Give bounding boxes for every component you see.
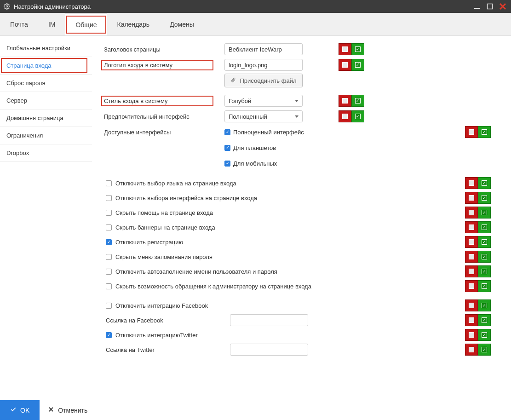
svg-rect-1: [474, 8, 480, 9]
close-icon: [48, 406, 54, 414]
state-on[interactable]: ✓: [478, 126, 491, 138]
iface-tablet-label: Для планшетов: [233, 144, 276, 151]
content: Заголовок страницы ✓ Логотип входа в сис…: [92, 36, 511, 400]
opt-hide-admin-label: Скрыть возможность обращения к администр…: [115, 283, 311, 290]
state-on[interactable]: ✓: [478, 314, 491, 326]
page-title-input[interactable]: [224, 43, 303, 55]
opt-disable-twitter-checkbox[interactable]: [106, 332, 112, 338]
sidebar-item-dropbox[interactable]: Dropbox: [0, 144, 92, 162]
pref-interface-label: Предпочтительный интерфейс: [101, 111, 221, 122]
login-logo-input[interactable]: [224, 59, 303, 71]
state-on[interactable]: ✓: [351, 59, 364, 71]
twitter-link-input[interactable]: [230, 344, 308, 356]
state-on[interactable]: ✓: [478, 265, 491, 277]
login-logo-label: Логотип входа в систему: [101, 60, 221, 70]
state-off[interactable]: [339, 59, 351, 71]
opt-disable-autofill-checkbox[interactable]: [106, 269, 112, 275]
chevron-down-icon: [295, 115, 299, 118]
tab-general[interactable]: Общие: [65, 13, 107, 35]
maximize-button[interactable]: [485, 2, 494, 11]
page-title-label: Заголовок страницы: [101, 44, 221, 55]
login-style-select[interactable]: Голубой: [224, 95, 303, 107]
sidebar-item-limits[interactable]: Ограничения: [0, 127, 92, 144]
opt-disable-iface-label: Отключить выбора интерфейса на странице …: [115, 195, 257, 201]
tab-domains[interactable]: Домены: [160, 13, 204, 35]
opt-hide-help-checkbox[interactable]: [106, 210, 112, 216]
state-off[interactable]: [465, 177, 478, 189]
state-on[interactable]: ✓: [478, 177, 491, 189]
state-on[interactable]: ✓: [478, 192, 491, 204]
state-off[interactable]: [465, 192, 478, 204]
sidebar-item-home[interactable]: Домашняя страница: [0, 109, 92, 127]
state-on[interactable]: ✓: [351, 43, 364, 55]
opt-disable-register-checkbox[interactable]: [106, 239, 112, 245]
tab-calendar[interactable]: Календарь: [107, 13, 160, 35]
ok-button[interactable]: OK: [0, 400, 40, 420]
sidebar-item-global[interactable]: Глобальные настройки: [0, 40, 92, 57]
close-button[interactable]: [498, 2, 507, 11]
state-off[interactable]: [465, 299, 478, 311]
iface-full-checkbox[interactable]: [224, 129, 230, 135]
state-on[interactable]: ✓: [351, 110, 364, 122]
state-off[interactable]: [339, 95, 351, 107]
iface-full-label: Полноценный интерфейс: [233, 129, 304, 136]
opt-disable-autofill-label: Отключить автозаполнение имени пользоват…: [115, 268, 277, 275]
pref-interface-select[interactable]: Полноценный: [224, 110, 303, 122]
footer: OK Отменить: [0, 400, 511, 420]
state-off[interactable]: [339, 43, 351, 55]
opt-hide-help-label: Скрыть помощь на странице входа: [115, 209, 213, 216]
attach-file-button[interactable]: Присоединить файл: [224, 74, 303, 87]
state-on[interactable]: ✓: [478, 280, 491, 292]
opt-hide-banners-label: Скрыть баннеры на странице входа: [115, 224, 215, 231]
opt-disable-iface-checkbox[interactable]: [106, 195, 112, 201]
chevron-down-icon: [295, 100, 299, 102]
opt-disable-twitter-label: Отключить интеграциюTwitter: [115, 332, 198, 339]
state-on[interactable]: ✓: [478, 236, 491, 248]
svg-point-0: [6, 6, 8, 7]
state-off[interactable]: [465, 314, 478, 326]
opt-disable-lang-checkbox[interactable]: [106, 180, 112, 186]
minimize-button[interactable]: [472, 2, 482, 11]
state-off[interactable]: [465, 329, 478, 341]
state-off[interactable]: [339, 110, 351, 122]
tab-mail[interactable]: Почта: [0, 13, 38, 35]
svg-rect-2: [488, 4, 493, 9]
state-on[interactable]: ✓: [478, 299, 491, 311]
cancel-button[interactable]: Отменить: [40, 400, 96, 420]
state-off[interactable]: [465, 344, 478, 356]
opt-disable-facebook-checkbox[interactable]: [106, 303, 112, 309]
titlebar: Настройки администратора: [0, 0, 511, 13]
iface-tablet-checkbox[interactable]: [224, 145, 230, 151]
opt-disable-lang-label: Отключить выбор языка на странице входа: [115, 180, 236, 187]
opt-hide-remember-label: Скрыть меню запоминания пароля: [115, 253, 212, 260]
window-title: Настройки администратора: [14, 3, 469, 10]
state-on[interactable]: ✓: [478, 221, 491, 233]
tab-im[interactable]: IM: [38, 13, 66, 35]
state-off[interactable]: [465, 207, 478, 219]
facebook-link-input[interactable]: [230, 314, 308, 326]
login-style-label: Стиль входа в систему: [101, 96, 221, 106]
state-off[interactable]: [465, 265, 478, 277]
sidebar-item-reset[interactable]: Сброс пароля: [0, 75, 92, 92]
opt-hide-banners-checkbox[interactable]: [106, 224, 112, 230]
state-on[interactable]: ✓: [351, 95, 364, 107]
state-on[interactable]: ✓: [478, 329, 491, 341]
twitter-link-label: Ссылка на Twitter: [106, 345, 230, 355]
state-on[interactable]: ✓: [478, 207, 491, 219]
state-on[interactable]: ✓: [478, 344, 491, 356]
state-off[interactable]: [465, 236, 478, 248]
opt-disable-facebook-label: Отключить интеграцию Facebook: [115, 302, 208, 309]
check-icon: [10, 406, 17, 414]
tabs: Почта IM Общие Календарь Домены: [0, 13, 511, 36]
sidebar-item-login-page[interactable]: Страница входа: [0, 57, 92, 75]
facebook-link-label: Ссылка на Facebook: [106, 315, 230, 326]
state-off[interactable]: [465, 251, 478, 263]
state-off[interactable]: [465, 280, 478, 292]
state-off[interactable]: [465, 221, 478, 233]
iface-mobile-checkbox[interactable]: [224, 161, 230, 167]
state-off[interactable]: [465, 126, 478, 138]
opt-hide-admin-checkbox[interactable]: [106, 283, 112, 289]
sidebar-item-server[interactable]: Сервер: [0, 92, 92, 109]
state-on[interactable]: ✓: [478, 251, 491, 263]
opt-hide-remember-checkbox[interactable]: [106, 254, 112, 260]
